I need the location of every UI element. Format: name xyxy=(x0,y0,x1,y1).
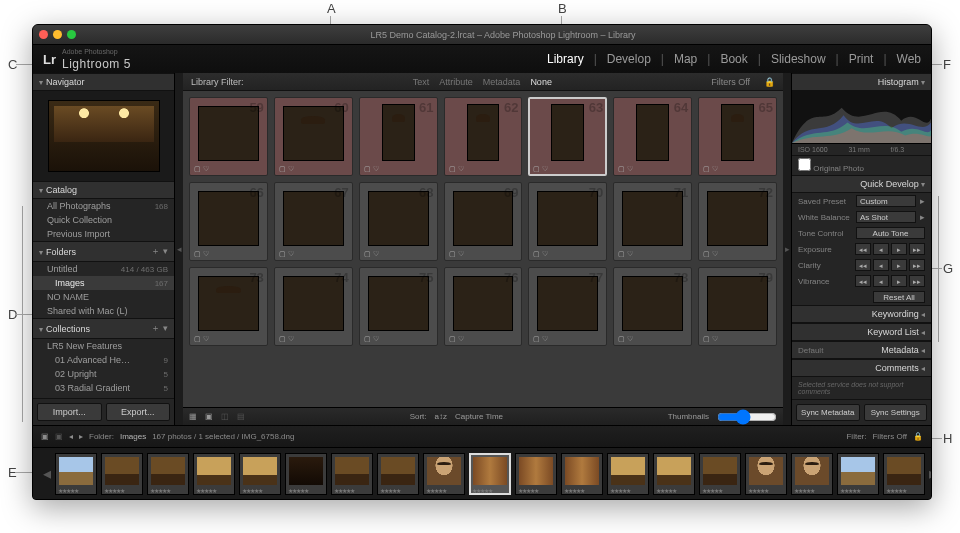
qd-vibrance-step[interactable]: ▸▸ xyxy=(909,275,925,287)
window-minimize-button[interactable] xyxy=(53,30,62,39)
compare-view-icon[interactable]: ◫ xyxy=(221,412,229,421)
grid-cell[interactable]: 63▢ ♡ xyxy=(528,97,607,176)
grid-cell[interactable]: 65▢ ♡ xyxy=(698,97,777,176)
grid-cell[interactable]: 62▢ ♡ xyxy=(444,97,523,176)
filter-lock-icon[interactable]: 🔒 xyxy=(764,77,775,87)
navigator-preview[interactable] xyxy=(33,91,174,181)
collections-item[interactable]: 01 Advanced He…9 xyxy=(33,353,174,367)
metadata-header[interactable]: DefaultMetadata xyxy=(792,341,931,359)
sort-direction-icon[interactable]: a↕z xyxy=(435,412,447,421)
second-window-icon[interactable]: ▣ xyxy=(41,432,49,441)
preset-menu[interactable]: Custom xyxy=(856,195,916,207)
loupe-view-icon[interactable]: ▣ xyxy=(205,412,213,421)
filter-tab-metadata[interactable]: Metadata xyxy=(483,77,521,87)
module-web[interactable]: Web xyxy=(897,52,921,66)
folders-header[interactable]: Folders ＋ ▾ xyxy=(33,241,174,262)
wb-menu[interactable]: As Shot xyxy=(856,211,916,223)
filmstrip-cell[interactable]: ★★★★★ xyxy=(55,453,97,495)
qd-clarity-step[interactable]: ▸ xyxy=(891,259,907,271)
filmstrip-cell[interactable]: ★★★★★ xyxy=(791,453,833,495)
grid-view-icon[interactable]: ▦ xyxy=(189,412,197,421)
grid-cell[interactable]: 71▢ ♡ xyxy=(613,182,692,261)
filmstrip[interactable]: ◂ ★★★★★★★★★★★★★★★★★★★★★★★★★★★★★★★★★★★★★★… xyxy=(33,447,931,499)
thumb-size-slider[interactable] xyxy=(717,409,777,425)
filter-tab-text[interactable]: Text xyxy=(413,77,430,87)
module-print[interactable]: Print xyxy=(849,52,874,66)
filmstrip-cell[interactable]: ★★★★★ xyxy=(331,453,373,495)
filmstrip-cell[interactable]: ★★★★★ xyxy=(469,453,511,495)
quick-develop-header[interactable]: Quick Develop xyxy=(792,175,931,193)
filmstrip-cell[interactable]: ★★★★★ xyxy=(883,453,925,495)
auto-tone-button[interactable]: Auto Tone xyxy=(856,227,925,239)
sync-settings-button[interactable]: Sync Settings xyxy=(864,404,928,421)
catalog-header[interactable]: Catalog xyxy=(33,181,174,199)
filmstrip-cell[interactable]: ★★★★★ xyxy=(837,453,879,495)
window-close-button[interactable] xyxy=(39,30,48,39)
window-zoom-button[interactable] xyxy=(67,30,76,39)
comments-header[interactable]: Comments xyxy=(792,359,931,377)
grid-cell[interactable]: 59▢ ♡ xyxy=(189,97,268,176)
catalog-item[interactable]: Previous Import xyxy=(33,227,174,241)
import-button[interactable]: Import... xyxy=(37,403,102,421)
filmstrip-cell[interactable]: ★★★★★ xyxy=(285,453,327,495)
breadcrumb-folder[interactable]: Images xyxy=(120,432,146,441)
grid-cell[interactable]: 66▢ ♡ xyxy=(189,182,268,261)
survey-view-icon[interactable]: ▤ xyxy=(237,412,245,421)
grid-cell[interactable]: 67▢ ♡ xyxy=(274,182,353,261)
grid-cell[interactable]: 72▢ ♡ xyxy=(698,182,777,261)
left-panel-toggle[interactable]: ◂ xyxy=(175,73,183,425)
go-back-icon[interactable]: ◂ xyxy=(69,432,73,441)
qd-clarity-step[interactable]: ◂ xyxy=(873,259,889,271)
folders-item[interactable]: Images167 xyxy=(33,276,174,290)
grid-cell[interactable]: 68▢ ♡ xyxy=(359,182,438,261)
filmstrip-left-icon[interactable]: ◂ xyxy=(43,464,51,483)
grid-cell[interactable]: 60▢ ♡ xyxy=(274,97,353,176)
catalog-item[interactable]: All Photographs168 xyxy=(33,199,174,213)
grid-cell[interactable]: 70▢ ♡ xyxy=(528,182,607,261)
keywording-header[interactable]: Keywording xyxy=(792,305,931,323)
sync-metadata-button[interactable]: Sync Metadata xyxy=(796,404,860,421)
folders-item[interactable]: NO NAME xyxy=(33,290,174,304)
histogram[interactable] xyxy=(792,91,931,144)
navigator-header[interactable]: Navigator xyxy=(33,73,174,91)
module-book[interactable]: Book xyxy=(720,52,747,66)
disclosure-icon[interactable]: ▸ xyxy=(920,196,925,206)
folders-add-icon[interactable]: ＋ ▾ xyxy=(151,245,168,258)
filmstrip-cell[interactable]: ★★★★★ xyxy=(561,453,603,495)
module-develop[interactable]: Develop xyxy=(607,52,651,66)
qd-exposure-step[interactable]: ▸ xyxy=(891,243,907,255)
filter-preset[interactable]: Filters Off xyxy=(711,77,750,87)
grid-cell[interactable]: 79▢ ♡ xyxy=(698,267,777,346)
grid-cell[interactable]: 74▢ ♡ xyxy=(274,267,353,346)
qd-exposure-step[interactable]: ▸▸ xyxy=(909,243,925,255)
grid-cell[interactable]: 76▢ ♡ xyxy=(444,267,523,346)
go-fwd-icon[interactable]: ▸ xyxy=(79,432,83,441)
collections-item[interactable]: 03 Radial Gradient5 xyxy=(33,381,174,395)
folders-item[interactable]: Shared with Mac (L) xyxy=(33,304,174,318)
collections-header[interactable]: Collections ＋ ▾ xyxy=(33,318,174,339)
grid-cell[interactable]: 64▢ ♡ xyxy=(613,97,692,176)
right-panel-toggle[interactable]: ▸ xyxy=(783,73,791,425)
filmstrip-cell[interactable]: ★★★★★ xyxy=(147,453,189,495)
original-photo-checkbox[interactable] xyxy=(798,158,811,171)
second-window-icon-2[interactable]: ▣ xyxy=(55,432,63,441)
qd-clarity-step[interactable]: ◂◂ xyxy=(855,259,871,271)
filmstrip-cell[interactable]: ★★★★★ xyxy=(193,453,235,495)
grid-cell[interactable]: 73▢ ♡ xyxy=(189,267,268,346)
filmstrip-cell[interactable]: ★★★★★ xyxy=(423,453,465,495)
histogram-header[interactable]: Histogram xyxy=(792,73,931,91)
filmstrip-cell[interactable]: ★★★★★ xyxy=(377,453,419,495)
filmstrip-cell[interactable]: ★★★★★ xyxy=(515,453,557,495)
filmstrip-filter-lock-icon[interactable]: 🔒 xyxy=(913,432,923,441)
disclosure-icon[interactable]: ▸ xyxy=(920,212,925,222)
module-slideshow[interactable]: Slideshow xyxy=(771,52,826,66)
sort-value[interactable]: Capture Time xyxy=(455,412,503,421)
filmstrip-cell[interactable]: ★★★★★ xyxy=(653,453,695,495)
grid-cell[interactable]: 78▢ ♡ xyxy=(613,267,692,346)
grid-cell[interactable]: 77▢ ♡ xyxy=(528,267,607,346)
filmstrip-cell[interactable]: ★★★★★ xyxy=(745,453,787,495)
collections-item[interactable]: 02 Upright5 xyxy=(33,367,174,381)
reset-all-button[interactable]: Reset All xyxy=(873,291,925,303)
catalog-item[interactable]: Quick Collection xyxy=(33,213,174,227)
qd-exposure-step[interactable]: ◂ xyxy=(873,243,889,255)
